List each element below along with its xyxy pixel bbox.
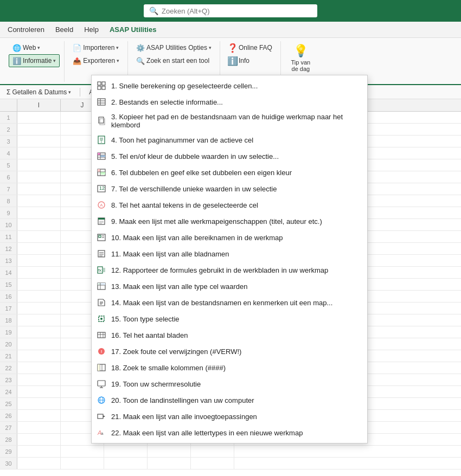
grid-cell[interactable] — [17, 183, 61, 195]
list-item[interactable]: 14. Maak een lijst van de bestandsnamen … — [92, 294, 367, 311]
grid-cell[interactable] — [17, 410, 61, 422]
grid-cell[interactable] — [17, 458, 61, 469]
list-item[interactable]: 20. Toon de landinstellingen van uw comp… — [92, 392, 367, 408]
list-item[interactable]: 10. Maak een lijst van alle bereiknamen … — [92, 229, 367, 246]
ribbon-zoek-btn[interactable]: 🔍 Zoek en start een tool — [132, 54, 213, 67]
list-item[interactable]: 12 7. Tel de verschillende unieke waarde… — [92, 181, 367, 197]
list-item[interactable]: 13. Maak een lijst van alle type cel waa… — [92, 278, 367, 294]
grid-cell[interactable] — [17, 124, 61, 136]
table-row: 29 — [0, 446, 461, 458]
ribbon-tip-btn[interactable]: 💡 Tip vande dag — [285, 41, 316, 75]
grid-cell[interactable] — [17, 279, 61, 291]
list-item[interactable]: 1 4. Toon het paginanummer van de actiev… — [92, 132, 367, 148]
grid-cell[interactable] — [148, 446, 191, 458]
informatie-label: Informatie — [23, 57, 52, 65]
dropdown-item-label: 19. Toon uw schermresolutie — [111, 380, 361, 388]
search-bar: 🔍 — [0, 0, 461, 22]
grid-cell[interactable] — [17, 350, 61, 362]
list-item[interactable]: 3. Kopieer het pad en de bestandsnaam va… — [92, 110, 367, 132]
ribbon-web-btn[interactable]: 🌐 Web ▾ — [9, 41, 44, 54]
search-input[interactable] — [162, 7, 312, 15]
toolbar-getallen[interactable]: Σ Getallen & Datums ▾ — [3, 87, 74, 97]
grid-cell[interactable] — [104, 458, 148, 469]
list-item[interactable]: 5. Tel en/of kleur de dubbele waarden in… — [92, 148, 367, 164]
list-item[interactable]: ! 17. Zoek foute cel verwijzingen (#VERW… — [92, 343, 367, 359]
menu-item-beeld[interactable]: Beeld — [50, 23, 79, 36]
grid-cell[interactable] — [17, 255, 61, 267]
grid-cell[interactable] — [17, 243, 61, 255]
grid-cell[interactable] — [191, 446, 234, 458]
ribbon-info-btn[interactable]: ℹ️ Info — [225, 54, 253, 67]
dropdown-item-label: 12. Rapporteer de formules gebruikt in d… — [111, 266, 361, 274]
faq-label: Online FAQ — [239, 44, 272, 52]
svg-rect-45 — [103, 268, 105, 272]
list-item[interactable]: 19. Toon uw schermresolutie — [92, 376, 367, 392]
importeren-label: Importeren — [83, 44, 114, 52]
table-row: 30 — [0, 458, 461, 469]
row-num: 28 — [0, 434, 17, 445]
svg-text:A: A — [100, 203, 103, 208]
list-item[interactable]: A 8. Tel het aantal tekens in de geselec… — [92, 197, 367, 213]
web-label: Web — [23, 44, 36, 52]
menu-item-controleren[interactable]: Controleren — [2, 23, 50, 36]
list-item[interactable]: 1. Snelle berekening op geselecteerde ce… — [92, 78, 367, 94]
grid-cell[interactable] — [17, 386, 61, 398]
svg-rect-65 — [98, 364, 100, 371]
list-item[interactable]: 18. Zoek te smalle kolommen (####) — [92, 359, 367, 376]
grid-cell[interactable] — [17, 159, 61, 171]
menu-item-help[interactable]: Help — [79, 23, 104, 36]
grid-cell[interactable] — [17, 291, 61, 303]
row-num: 21 — [0, 350, 17, 362]
grid-cell[interactable] — [17, 112, 61, 124]
ribbon-informatie-btn[interactable]: ℹ️ Informatie ▾ — [9, 54, 60, 67]
dropdown-item-icon — [96, 80, 107, 91]
list-item[interactable]: 9. Maak een lijst met alle werkmapeigens… — [92, 213, 367, 229]
list-item[interactable]: 6. Tel dubbelen en geef elke set dubbele… — [92, 164, 367, 181]
grid-cell[interactable] — [17, 326, 61, 338]
search-wrapper: 🔍 — [144, 4, 317, 17]
grid-cell[interactable] — [17, 147, 61, 159]
grid-cell[interactable] — [17, 362, 61, 374]
ribbon-importeren-btn[interactable]: 📄 Importeren ▾ — [69, 41, 123, 54]
grid-cell[interactable] — [61, 458, 104, 469]
list-item[interactable]: 2. Bestands en selectie informatie... — [92, 94, 367, 110]
grid-cell[interactable] — [17, 171, 61, 183]
row-num-header — [0, 99, 17, 111]
ribbon-faq-btn[interactable]: ❓ Online FAQ — [225, 41, 276, 54]
grid-cell[interactable] — [17, 338, 61, 350]
grid-cell[interactable] — [17, 398, 61, 410]
grid-cell[interactable] — [17, 136, 61, 147]
list-item[interactable]: 21. Maak een lijst van alle invoegtoepas… — [92, 408, 367, 424]
svg-rect-3 — [102, 86, 105, 89]
row-num: 7 — [0, 183, 17, 195]
grid-cell[interactable] — [17, 219, 61, 231]
grid-cell[interactable] — [17, 374, 61, 386]
menu-item-asap[interactable]: ASAP Utilities — [104, 23, 162, 36]
grid-cell[interactable] — [191, 458, 234, 469]
row-num: 17 — [0, 303, 17, 314]
grid-cell[interactable] — [17, 434, 61, 446]
asap-options-icon: ⚙️ — [136, 43, 145, 52]
list-item[interactable]: 16. Tel het aantal bladen — [92, 327, 367, 343]
web-icon: 🌐 — [12, 43, 21, 52]
grid-cell[interactable] — [17, 422, 61, 434]
grid-cell[interactable] — [17, 314, 61, 326]
grid-cell[interactable] — [17, 303, 61, 314]
list-item[interactable]: 11. Maak een lijst van alle bladnamen — [92, 246, 367, 262]
grid-cell[interactable] — [104, 446, 148, 458]
dropdown-item-icon: Aa — [96, 427, 107, 438]
row-num: 9 — [0, 207, 17, 218]
list-item[interactable]: Aa 22. Maak een lijst van alle lettertyp… — [92, 424, 367, 441]
grid-cell[interactable] — [17, 267, 61, 279]
list-item[interactable]: fx 12. Rapporteer de formules gebruikt i… — [92, 262, 367, 278]
grid-cell[interactable] — [17, 195, 61, 207]
ribbon-asap-options-btn[interactable]: ⚙️ ASAP Utilities Opties ▾ — [132, 41, 215, 54]
getallen-label: Getallen & Datums — [12, 88, 67, 96]
ribbon-exporteren-btn[interactable]: 📤 Exporteren ▾ — [69, 54, 123, 67]
list-item[interactable]: 15. Toon type selectie — [92, 311, 367, 327]
grid-cell[interactable] — [17, 231, 61, 243]
grid-cell[interactable] — [61, 446, 104, 458]
grid-cell[interactable] — [17, 207, 61, 219]
grid-cell[interactable] — [148, 458, 191, 469]
grid-cell[interactable] — [17, 446, 61, 458]
